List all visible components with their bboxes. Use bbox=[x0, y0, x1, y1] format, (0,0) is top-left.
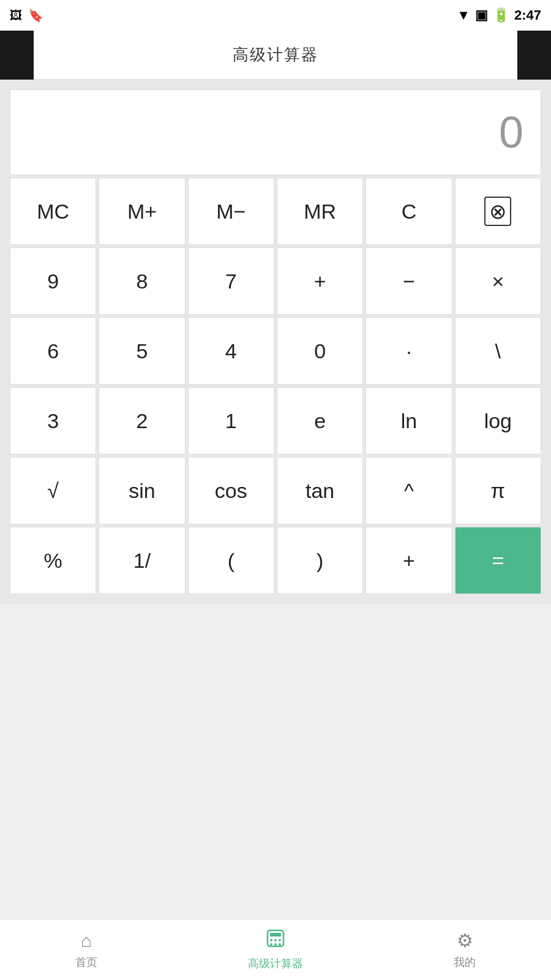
status-icons-right: ▼ ▣ 🔋 2:47 bbox=[457, 7, 541, 23]
btn-3[interactable]: 3 bbox=[10, 387, 96, 454]
nav-home[interactable]: ⌂ 首页 bbox=[75, 930, 97, 970]
status-time: 2:47 bbox=[514, 7, 541, 23]
btn-power[interactable]: ^ bbox=[365, 457, 452, 524]
btn-plus[interactable]: + bbox=[277, 247, 363, 315]
status-bar: 🖼 🔖 ▼ ▣ 🔋 2:47 bbox=[0, 0, 551, 31]
btn-sin[interactable]: sin bbox=[99, 457, 185, 524]
btn-minus[interactable]: − bbox=[365, 247, 452, 315]
nav-home-label: 首页 bbox=[75, 955, 97, 970]
settings-icon: ⚙ bbox=[457, 930, 473, 951]
btn-8[interactable]: 8 bbox=[99, 247, 185, 315]
btn-lparen[interactable]: ( bbox=[188, 527, 274, 594]
btn-9[interactable]: 9 bbox=[10, 247, 96, 315]
btn-2[interactable]: 2 bbox=[99, 387, 185, 454]
btn-ln[interactable]: ln bbox=[365, 387, 452, 454]
btn-dot[interactable]: · bbox=[365, 317, 452, 385]
btn-backspace[interactable]: ⊗ bbox=[455, 178, 541, 245]
calculator-container: 0 MC M+ M− MR C ⊗ 9 8 7 + − × 6 5 4 0 · … bbox=[0, 80, 551, 604]
btn-6[interactable]: 6 bbox=[10, 317, 96, 385]
btn-cos[interactable]: cos bbox=[188, 457, 274, 524]
btn-plus2[interactable]: + bbox=[365, 527, 452, 594]
btn-pi[interactable]: π bbox=[455, 457, 541, 524]
title-right-block bbox=[517, 31, 551, 80]
btn-tan[interactable]: tan bbox=[277, 457, 363, 524]
btn-sqrt[interactable]: √ bbox=[10, 457, 96, 524]
home-icon: ⌂ bbox=[81, 930, 92, 951]
nav-settings[interactable]: ⚙ 我的 bbox=[454, 930, 476, 970]
title-bar: 高级计算器 bbox=[0, 31, 551, 80]
app-icon-1: 🖼 bbox=[10, 9, 22, 23]
signal-icon: ▣ bbox=[475, 7, 488, 23]
btn-mc[interactable]: MC bbox=[10, 178, 96, 245]
btn-mminus[interactable]: M− bbox=[188, 178, 274, 245]
btn-1[interactable]: 1 bbox=[188, 387, 274, 454]
calculator-icon bbox=[266, 929, 285, 952]
page-title: 高级计算器 bbox=[233, 44, 318, 66]
btn-mplus[interactable]: M+ bbox=[99, 178, 185, 245]
svg-point-6 bbox=[274, 943, 277, 946]
display: 0 bbox=[10, 89, 541, 175]
title-left-block bbox=[0, 31, 34, 80]
nav-settings-label: 我的 bbox=[454, 955, 476, 970]
btn-div[interactable]: \ bbox=[455, 317, 541, 385]
wifi-icon: ▼ bbox=[457, 7, 470, 23]
btn-equals[interactable]: = bbox=[455, 527, 541, 594]
display-value: 0 bbox=[499, 107, 523, 157]
button-grid: MC M+ M− MR C ⊗ 9 8 7 + − × 6 5 4 0 · \ … bbox=[10, 178, 541, 594]
app-icon-2: 🔖 bbox=[28, 8, 43, 23]
nav-calculator[interactable]: 高级计算器 bbox=[248, 929, 303, 971]
btn-clear[interactable]: C bbox=[365, 178, 452, 245]
svg-point-7 bbox=[279, 943, 281, 946]
backspace-icon: ⊗ bbox=[484, 197, 511, 226]
svg-point-2 bbox=[270, 939, 272, 941]
btn-7[interactable]: 7 bbox=[188, 247, 274, 315]
btn-e[interactable]: e bbox=[277, 387, 363, 454]
btn-mr[interactable]: MR bbox=[277, 178, 363, 245]
svg-point-3 bbox=[274, 939, 277, 941]
battery-icon: 🔋 bbox=[493, 7, 509, 23]
btn-0[interactable]: 0 bbox=[277, 317, 363, 385]
svg-rect-1 bbox=[270, 933, 281, 937]
svg-point-5 bbox=[270, 943, 272, 946]
btn-rparen[interactable]: ) bbox=[277, 527, 363, 594]
btn-4[interactable]: 4 bbox=[188, 317, 274, 385]
btn-multiply[interactable]: × bbox=[455, 247, 541, 315]
btn-percent[interactable]: % bbox=[10, 527, 96, 594]
bottom-nav: ⌂ 首页 高级计算器 ⚙ 我的 bbox=[0, 919, 551, 980]
btn-inv[interactable]: 1/ bbox=[99, 527, 185, 594]
status-icons-left: 🖼 🔖 bbox=[10, 8, 43, 23]
btn-log[interactable]: log bbox=[455, 387, 541, 454]
svg-point-4 bbox=[279, 939, 281, 941]
nav-calculator-label: 高级计算器 bbox=[248, 956, 303, 971]
btn-5[interactable]: 5 bbox=[99, 317, 185, 385]
